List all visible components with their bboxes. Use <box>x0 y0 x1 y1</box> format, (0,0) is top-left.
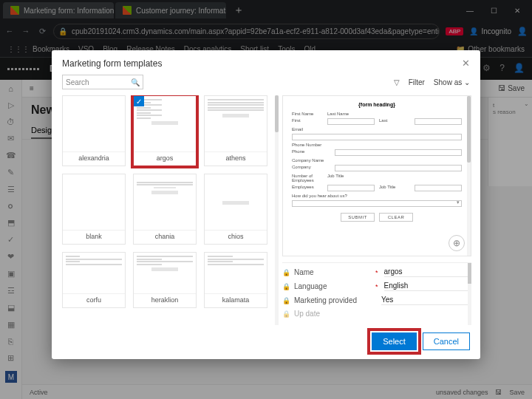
prop-row-language: 🔒Language*English <box>282 282 471 291</box>
scrollbar[interactable] <box>468 263 471 325</box>
modal-close-icon[interactable]: ✕ <box>462 58 470 69</box>
template-card-heraklion[interactable]: heraklion <box>133 252 197 308</box>
zoom-icon[interactable]: ⊕ <box>449 235 465 251</box>
template-picker-modal: Marketing form templates ✕ Search 🔍 ▽ Fi… <box>52 50 480 359</box>
filter-icon[interactable]: ▽ <box>394 78 400 86</box>
scrollbar[interactable] <box>467 96 471 256</box>
preview-input <box>415 185 462 191</box>
chevron-down-icon: ⌄ <box>464 78 470 86</box>
lock-icon: 🔒 <box>282 310 290 318</box>
preview-column: {form heading} First NameLast Name First… <box>282 95 471 325</box>
template-card-kalamata[interactable]: kalamata <box>204 252 267 308</box>
template-preview: {form heading} First NameLast Name First… <box>282 95 471 256</box>
template-card-alexandria[interactable]: alexandria <box>62 95 126 166</box>
scrollbar[interactable] <box>275 95 279 325</box>
cancel-button[interactable]: Cancel <box>423 332 470 350</box>
template-card-argos[interactable]: ✓ argos <box>133 95 197 166</box>
prop-value[interactable]: argos <box>384 267 471 277</box>
lock-icon: 🔒 <box>282 269 290 276</box>
prop-row-marketing: 🔒Marketing providedYes <box>282 296 471 305</box>
modal-overlay: Marketing form templates ✕ Search 🔍 ▽ Fi… <box>0 0 532 399</box>
preview-input <box>327 185 375 191</box>
modal-footer: Select Cancel <box>52 325 480 359</box>
filter-button[interactable]: Filter <box>409 78 425 86</box>
preview-clear: CLEAR <box>379 213 413 222</box>
prop-row-name: 🔒Name*argos <box>282 267 471 277</box>
prop-value[interactable]: Yes <box>381 296 471 305</box>
modal-header: Marketing form templates ✕ <box>52 50 480 72</box>
modal-title: Marketing form templates <box>62 58 162 69</box>
prop-row-update: 🔒Up date <box>282 310 471 318</box>
preview-input <box>415 118 462 125</box>
modal-body: alexandria ✓ argos athens blank chania c… <box>52 95 480 325</box>
template-gallery: alexandria ✓ argos athens blank chania c… <box>62 95 276 325</box>
preview-submit: SUBMIT <box>341 213 375 222</box>
template-card-chios[interactable]: chios <box>204 174 267 245</box>
lock-icon: 🔒 <box>282 297 290 304</box>
template-card-chania[interactable]: chania <box>133 174 197 245</box>
template-card-blank[interactable]: blank <box>62 174 126 245</box>
template-card-athens[interactable]: athens <box>204 95 267 166</box>
preview-select <box>292 200 462 207</box>
preview-input <box>327 118 375 125</box>
preview-input <box>335 149 462 156</box>
preview-input <box>292 134 462 140</box>
preview-input <box>335 165 462 171</box>
preview-heading: {form heading} <box>292 102 462 107</box>
show-as-button[interactable]: Show as ⌄ <box>434 78 470 86</box>
check-icon: ✓ <box>134 96 144 106</box>
modal-toolbar: Search 🔍 ▽ Filter Show as ⌄ <box>52 72 480 95</box>
prop-value[interactable]: English <box>384 282 471 291</box>
lock-icon: 🔒 <box>282 283 290 290</box>
template-properties: 🔒Name*argos 🔒Language*English 🔒Marketing… <box>282 262 471 325</box>
select-button[interactable]: Select <box>372 332 417 350</box>
search-icon[interactable]: 🔍 <box>131 78 140 86</box>
template-card-corfu[interactable]: corfu <box>62 252 126 308</box>
search-placeholder: Search <box>66 78 89 86</box>
search-input[interactable]: Search 🔍 <box>62 75 143 89</box>
